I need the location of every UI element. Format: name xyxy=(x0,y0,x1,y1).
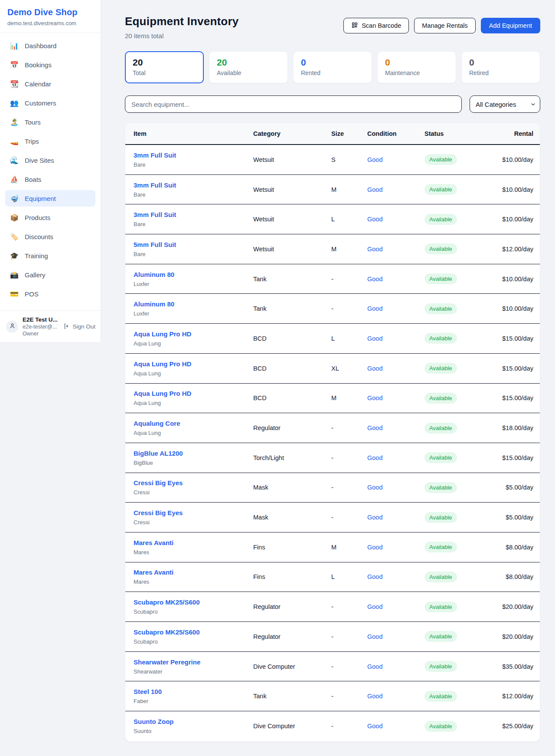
sidebar-item-training[interactable]: 🎓 Training xyxy=(5,247,95,264)
equipment-name-link[interactable]: Aqualung Core xyxy=(134,420,180,427)
sidebar-item-products[interactable]: 📦 Products xyxy=(5,209,95,226)
rental-price: $18.00/day xyxy=(502,424,533,431)
sidebar-item-label: POS xyxy=(25,290,39,298)
table-row: Aluminum 80 Luxfer Tank - Good Available… xyxy=(125,294,540,324)
sidebar-item-discounts[interactable]: 🏷️ Discounts xyxy=(5,228,95,245)
sidebar-item-trips[interactable]: 🚤 Trips xyxy=(5,133,95,149)
status-cell: Available xyxy=(424,154,502,165)
sidebar-item-icon: 🎓 xyxy=(10,252,19,260)
equipment-name-link[interactable]: Mares Avanti xyxy=(134,569,173,576)
equipment-name-link[interactable]: 5mm Full Suit xyxy=(134,241,176,248)
equipment-name-link[interactable]: Aluminum 80 xyxy=(134,271,174,278)
column-header-item: Item xyxy=(134,130,253,137)
status-cell: Available xyxy=(424,273,502,284)
manage-rentals-button[interactable]: Manage Rentals xyxy=(414,18,476,33)
condition-link[interactable]: Good xyxy=(367,156,424,163)
item-cell: Scubapro MK25/S600 Scubapro xyxy=(134,628,253,645)
condition-link[interactable]: Good xyxy=(367,276,424,283)
equipment-name-link[interactable]: Aqua Lung Pro HD xyxy=(134,330,191,338)
stat-card-retired[interactable]: 0 Retired xyxy=(461,51,540,83)
stat-label: Available xyxy=(217,69,280,76)
status-cell: Available xyxy=(424,721,502,732)
item-cell: Mares Avanti Mares xyxy=(134,569,253,585)
condition-link[interactable]: Good xyxy=(367,573,424,580)
status-cell: Available xyxy=(424,572,506,582)
equipment-name-link[interactable]: 3mm Full Suit xyxy=(134,181,176,189)
rental-price: $5.00/day xyxy=(506,514,533,521)
condition-link[interactable]: Good xyxy=(367,335,424,342)
sidebar-item-boats[interactable]: ⛵ Boats xyxy=(5,171,95,187)
condition-link[interactable]: Good xyxy=(367,663,424,670)
condition-link[interactable]: Good xyxy=(367,484,424,491)
equipment-name-link[interactable]: Cressi Big Eyes xyxy=(134,479,183,486)
equipment-name-link[interactable]: Steel 100 xyxy=(134,688,162,695)
user-name: E2E Test U... xyxy=(23,316,59,323)
condition-link[interactable]: Good xyxy=(367,514,424,521)
equipment-brand: Aqua Lung xyxy=(134,400,253,406)
condition-link[interactable]: Good xyxy=(367,454,424,461)
equipment-name-link[interactable]: Aqua Lung Pro HD xyxy=(134,390,191,397)
equipment-name-link[interactable]: BigBlue AL1200 xyxy=(134,450,183,457)
sidebar-item-pos[interactable]: 💳 POS xyxy=(5,286,95,302)
equipment-name-link[interactable]: Suunto Zoop xyxy=(134,718,173,725)
item-cell: Steel 100 Faber xyxy=(134,688,253,704)
sidebar-item-dashboard[interactable]: 📊 Dashboard xyxy=(5,37,95,54)
condition-link[interactable]: Good xyxy=(367,216,424,223)
header-actions: Scan Barcode Manage Rentals Add Equipmen… xyxy=(343,18,540,33)
stat-card-available[interactable]: 20 Available xyxy=(209,51,288,83)
size-cell: - xyxy=(331,663,367,670)
equipment-name-link[interactable]: Cressi Big Eyes xyxy=(134,509,183,516)
category-cell: Wetsuit xyxy=(253,156,331,163)
condition-link[interactable]: Good xyxy=(367,186,424,193)
equipment-name-link[interactable]: Shearwater Peregrine xyxy=(134,658,200,666)
condition-link[interactable]: Good xyxy=(367,693,424,700)
equipment-name-link[interactable]: 3mm Full Suit xyxy=(134,211,176,218)
status-cell: Available xyxy=(424,184,502,195)
sidebar-item-tours[interactable]: 🏝️ Tours xyxy=(5,114,95,130)
category-cell: Regulator xyxy=(253,424,331,431)
equipment-name-link[interactable]: Scubapro MK25/S600 xyxy=(134,598,200,606)
search-input[interactable] xyxy=(125,95,462,113)
stat-card-maintenance[interactable]: 0 Maintenance xyxy=(377,51,456,83)
sidebar-item-bookings[interactable]: 📅 Bookings xyxy=(5,56,95,73)
condition-link[interactable]: Good xyxy=(367,394,424,401)
item-cell: 3mm Full Suit Bare xyxy=(134,151,253,168)
rental-price: $15.00/day xyxy=(502,365,533,372)
condition-link[interactable]: Good xyxy=(367,544,424,551)
equipment-name-link[interactable]: Scubapro MK25/S600 xyxy=(134,628,200,636)
stat-card-rented[interactable]: 0 Rented xyxy=(293,51,372,83)
size-cell: - xyxy=(331,454,367,461)
equipment-name-link[interactable]: 3mm Full Suit xyxy=(134,151,176,159)
condition-link[interactable]: Good xyxy=(367,603,424,610)
condition-link[interactable]: Good xyxy=(367,305,424,312)
item-cell: Shearwater Peregrine Shearwater xyxy=(134,658,253,675)
status-cell: Available xyxy=(424,482,506,493)
stat-label: Retired xyxy=(469,69,532,76)
page-subtitle: 20 items total xyxy=(125,32,238,39)
scan-barcode-button[interactable]: Scan Barcode xyxy=(343,18,409,33)
sidebar-item-calendar[interactable]: 📆 Calendar xyxy=(5,76,95,92)
column-header-status: Status xyxy=(424,130,514,137)
condition-link[interactable]: Good xyxy=(367,723,424,730)
stat-card-total[interactable]: 20 Total xyxy=(125,51,204,83)
rental-price: $10.00/day xyxy=(502,276,533,283)
equipment-name-link[interactable]: Aqua Lung Pro HD xyxy=(134,360,191,368)
condition-link[interactable]: Good xyxy=(367,424,424,431)
size-cell: - xyxy=(331,305,367,312)
equipment-table: Item Category Size Condition Status Rent… xyxy=(125,123,540,742)
sign-out-button[interactable]: Sign Out xyxy=(63,323,95,331)
condition-link[interactable]: Good xyxy=(367,365,424,372)
category-cell: Fins xyxy=(253,573,331,580)
equipment-name-link[interactable]: Mares Avanti xyxy=(134,539,173,546)
sidebar-item-dive-sites[interactable]: 🌊 Dive Sites xyxy=(5,152,95,168)
sidebar-item-customers[interactable]: 👥 Customers xyxy=(5,95,95,111)
equipment-name-link[interactable]: Aluminum 80 xyxy=(134,300,174,308)
condition-link[interactable]: Good xyxy=(367,246,424,253)
sidebar-item-label: Calendar xyxy=(25,80,51,88)
condition-link[interactable]: Good xyxy=(367,633,424,640)
sidebar-item-gallery[interactable]: 📸 Gallery xyxy=(5,266,95,283)
table-row: Suunto Zoop Suunto Dive Computer - Good … xyxy=(125,711,540,741)
add-equipment-button[interactable]: Add Equipment xyxy=(481,18,540,33)
sidebar-item-equipment[interactable]: 🤿 Equipment xyxy=(5,190,95,207)
category-filter-select[interactable]: All Categories xyxy=(470,95,540,113)
